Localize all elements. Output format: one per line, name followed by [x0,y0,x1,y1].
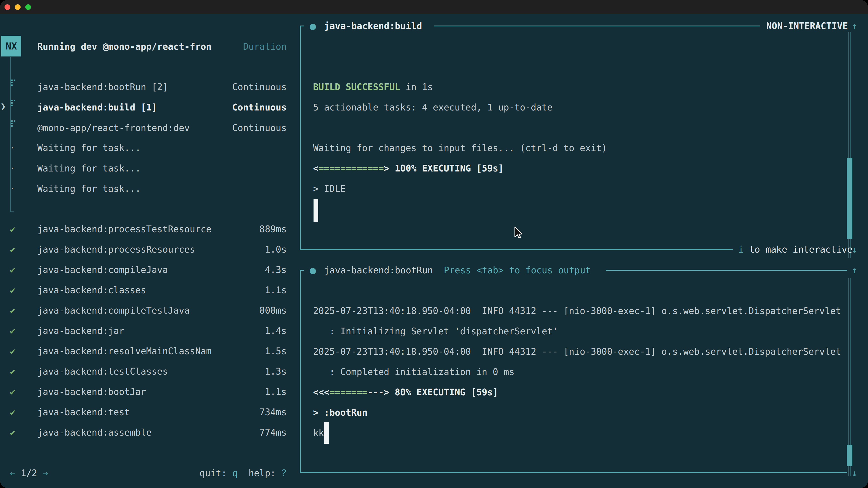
scroll-down-icon[interactable]: ↓ [852,468,857,478]
build-successful-text: BUILD SUCCESSFUL [313,82,400,92]
task-row[interactable]: ✔ java-backend:classes 1.1s [0,284,287,296]
task-row[interactable]: ✔ java-backend:testClasses 1.3s [0,365,287,378]
bootrun-header-line [606,270,847,271]
bootrun-panel-title: java-backend:bootRun [324,265,433,275]
task-label: java-backend:resolveMainClassNam [37,346,212,356]
interactive-hint: i to make interactive [738,243,852,256]
task-label: java-backend:jar [37,326,124,336]
task-row[interactable]: ✔ java-backend:compileTestJava 808ms [0,304,287,317]
build-scroll-down-row: ↓ [852,243,857,256]
waiting-dot-icon: · [10,184,16,194]
task-duration: 1.4s [265,326,287,336]
spinner-icon: ⠏ [10,98,17,109]
task-row[interactable]: ✔ java-backend:resolveMainClassNam 1.5s [0,345,287,357]
focus-output-hint: Press <tab> to focus output [444,265,591,275]
minimize-button-icon[interactable] [15,4,21,10]
task-label: java-backend:testClasses [37,366,168,377]
terminal-content: NX Running dev @mono-app/react-fron Dura… [0,14,868,488]
task-duration: 808ms [259,305,287,316]
build-mode-label-row: NON-INTERACTIVE [766,20,848,32]
task-row[interactable]: ✔ java-backend:test 734ms [0,406,287,418]
check-icon: ✔ [10,224,16,234]
bootrun-log-line: : Completed initialization in 0 ms [313,365,515,378]
check-icon: ✔ [10,244,16,255]
scroll-up-icon[interactable]: ↑ [852,265,857,275]
quit-key[interactable]: q [232,468,238,478]
build-panel-title: java-backend:build [324,21,422,31]
build-progress-bar: <============> 100% EXECUTING [59s] [313,162,504,175]
task-row[interactable]: ✔ java-backend:jar 1.4s [0,324,287,337]
zoom-button-icon[interactable] [25,4,31,10]
task-duration: 1.0s [265,244,287,255]
scroll-up-icon[interactable]: ↑ [852,21,857,31]
help-label: help: [248,468,276,478]
interactive-hint-text: to make interactive [749,244,852,255]
task-row[interactable]: ⠏ java-backend:build [1] Continuous [0,101,287,113]
spinner-icon: ⠏ [10,78,17,89]
task-label: Waiting for task... [37,163,141,173]
check-icon: ✔ [10,326,16,336]
task-duration: 889ms [259,224,287,234]
bootrun-scrollbar-thumb[interactable] [847,445,852,466]
help-key[interactable]: ? [281,468,287,478]
build-idle-line: > IDLE [313,182,346,195]
build-summary-line: 5 actionable tasks: 4 executed, 1 up-to-… [313,101,553,113]
titlebar[interactable] [0,0,868,14]
task-label: java-backend:bootJar [37,387,146,397]
task-label: Waiting for task... [37,184,141,194]
build-status-dot-icon: ● [310,20,316,32]
close-button-icon[interactable] [4,4,10,10]
footer-shortcuts: quit: q help: ? [0,467,287,480]
task-duration: 734ms [259,407,287,417]
task-duration: Continuous [232,123,287,133]
task-row[interactable]: ✔ java-backend:bootJar 1.1s [0,385,287,398]
build-scrollbar-thumb[interactable] [847,158,852,239]
check-icon: ✔ [10,305,16,316]
build-header-line [434,26,760,26]
task-duration: 1.1s [265,285,287,295]
check-icon: ✔ [10,427,16,437]
task-row[interactable]: ⠏ @mono-app/react-frontend:dev Continuou… [0,122,287,134]
bootrun-input-line[interactable]: kk [313,427,324,439]
task-row[interactable]: ✔ java-backend:processResources 1.0s [0,243,287,256]
check-icon: ✔ [10,265,16,275]
task-label: java-backend:processResources [37,244,195,255]
bootrun-panel-left-border [300,270,301,473]
task-row[interactable]: · Waiting for task... [0,162,287,175]
task-list-header: Running dev @mono-app/react-fron Duratio… [0,40,287,53]
bootrun-log-line: : Initializing Servlet 'dispatcherServle… [313,325,558,337]
task-row[interactable]: ✔ java-backend:processTestResource 889ms [0,223,287,235]
task-list-title: Running dev @mono-app/react-fron [37,41,212,52]
quit-label: quit: [199,468,227,478]
task-duration: 1.1s [265,387,287,397]
task-row[interactable]: · Waiting for task... [0,141,287,154]
task-label: java-backend:processTestResource [37,224,212,234]
check-icon: ✔ [10,407,16,417]
bootrun-log-line: 2025-07-23T13:40:18.950-04:00 INFO 44312… [313,345,841,358]
task-duration: 1.5s [265,346,287,356]
build-scroll-up-row: ↑ [852,20,857,32]
bootrun-progress-bar: <<<=======---> 80% EXECUTING [59s] [313,386,498,398]
duration-column-header: Duration [243,41,287,52]
task-row[interactable]: ✔ java-backend:assemble 774ms [0,426,287,439]
task-label: java-backend:build [1] [37,102,157,112]
task-row[interactable]: ✔ java-backend:compileJava 4.3s [0,263,287,276]
bootrun-scroll-up-row: ↑ [852,264,857,276]
mouse-cursor [512,226,525,240]
task-duration: 4.3s [265,265,287,275]
bootrun-scroll-down-row: ↓ [852,467,857,480]
spinner-icon: ⠏ [10,119,17,129]
bootrun-prompt-line: > :bootRun [313,406,368,419]
task-row[interactable]: · Waiting for task... [0,182,287,195]
task-label: Waiting for task... [37,142,141,153]
build-success-line: BUILD SUCCESSFUL in 1s [313,80,433,93]
build-terminal-cursor [313,199,318,222]
bootrun-log-line: 2025-07-23T13:40:18.950-04:00 INFO 44312… [313,304,841,317]
non-interactive-label: NON-INTERACTIVE [766,21,848,31]
bootrun-terminal-cursor [324,422,329,444]
task-label: java-backend:bootRun [2] [37,82,168,92]
interactive-hint-key[interactable]: i [738,244,744,255]
task-row[interactable]: ⠏ java-backend:bootRun [2] Continuous [0,80,287,93]
task-duration: Continuous [232,102,287,112]
scroll-down-icon[interactable]: ↓ [852,244,857,255]
